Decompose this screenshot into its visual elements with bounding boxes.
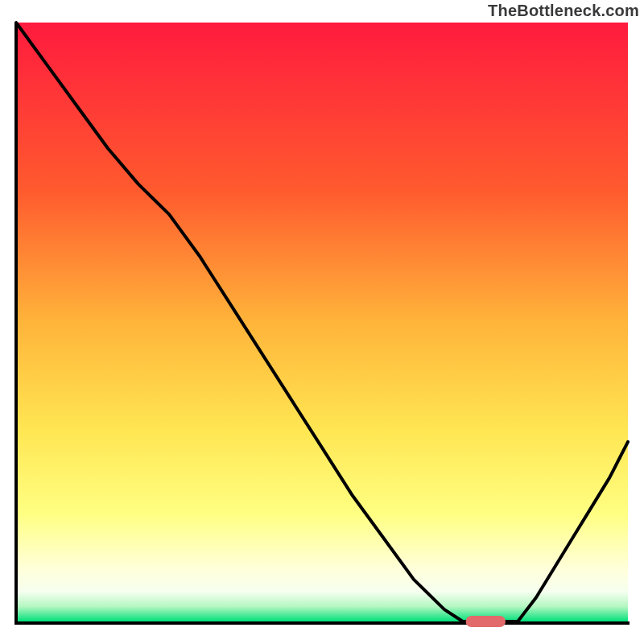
chart-container: TheBottleneck.com <box>0 0 644 644</box>
optimal-marker <box>466 616 506 627</box>
plot-background <box>16 23 628 621</box>
bottleneck-chart <box>0 0 644 644</box>
